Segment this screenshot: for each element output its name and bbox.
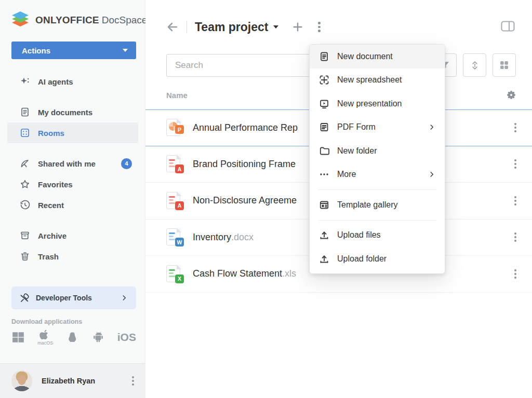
chevron-right-icon: [428, 123, 435, 131]
template-gallery-icon: [319, 200, 329, 210]
row-context-menu-button[interactable]: [514, 123, 516, 132]
app-logo[interactable]: ONLYOFFICEDocSpace: [10, 11, 147, 29]
panel-toggle-icon[interactable]: [501, 21, 515, 32]
file-badge: P: [175, 125, 184, 134]
sidebar-item-label: My documents: [38, 108, 92, 117]
chevron-right-icon: [121, 294, 128, 301]
shared-icon: [20, 158, 30, 169]
actions-button[interactable]: Actions: [11, 42, 136, 59]
download-apps-row: macOSiOS: [11, 329, 136, 346]
developer-tools-icon: [20, 293, 30, 303]
sidebar-item-shared-with-me[interactable]: Shared with me 4: [7, 153, 138, 174]
file-badge: X: [175, 275, 184, 283]
windows-app-icon[interactable]: [11, 331, 25, 344]
badge-count: 4: [121, 158, 132, 169]
file-badge: W: [175, 238, 184, 246]
menu-item-new-spreadsheet[interactable]: New spreadsheet: [310, 68, 445, 92]
menu-item-new-folder[interactable]: New folder: [310, 139, 445, 163]
sidebar-item-label: Recent: [38, 201, 64, 210]
sidebar-item-label: Trash: [38, 252, 59, 261]
menu-item-new-document[interactable]: New document: [310, 45, 445, 68]
menu-item-label: Upload files: [337, 230, 381, 240]
developer-tools-label: Developer Tools: [36, 294, 92, 302]
archive-icon: [20, 230, 30, 241]
sidebar-item-archive[interactable]: Archive: [7, 225, 138, 246]
pdf-file-icon: A: [166, 191, 184, 210]
menu-item-more[interactable]: More: [310, 163, 445, 187]
row-context-menu-button[interactable]: [514, 196, 516, 205]
sidebar-item-my-documents[interactable]: My documents: [7, 102, 138, 122]
user-profile[interactable]: Elizabeth Ryan: [0, 363, 145, 398]
menu-item-label: New spreadsheet: [337, 75, 402, 85]
menu-item-label: New document: [337, 52, 393, 61]
menu-item-label: New folder: [337, 146, 377, 156]
name-column-header[interactable]: Name: [166, 91, 188, 100]
menu-item-upload-files[interactable]: Upload files: [310, 224, 445, 248]
pptx-file-icon: P: [166, 118, 184, 137]
actions-label: Actions: [22, 46, 50, 55]
sidebar: ONLYOFFICEDocSpace Actions AI agents My …: [0, 0, 145, 398]
sidebar-item-trash[interactable]: Trash: [7, 246, 138, 267]
header-context-menu-button[interactable]: [318, 22, 321, 32]
menu-item-label: New presentation: [337, 99, 402, 108]
menu-item-label: Template gallery: [337, 200, 398, 210]
docspace-app: ONLYOFFICEDocSpace Actions AI agents My …: [0, 0, 532, 398]
menu-item-upload-folder[interactable]: Upload folder: [310, 247, 445, 271]
avatar[interactable]: [11, 370, 32, 391]
sort-button[interactable]: [463, 53, 486, 77]
file-name: Non-Disclosure Agreeme: [193, 195, 297, 206]
chevron-right-icon: [428, 171, 435, 178]
row-context-menu-button[interactable]: [514, 232, 516, 242]
file-name: Cash Flow Statement: [193, 268, 282, 279]
ai-sparkle-icon: [20, 76, 30, 87]
file-name: Annual Performance Rep: [193, 122, 298, 133]
header: Team project: [166, 16, 321, 38]
menu-item-new-presentation[interactable]: New presentation: [310, 92, 445, 116]
docx-file-icon: W: [166, 228, 184, 246]
pdf-form-icon: [319, 122, 329, 132]
menu-item-label: PDF Form: [337, 122, 376, 132]
sidebar-item-ai-agents[interactable]: AI agents: [7, 71, 138, 92]
trash-icon: [20, 251, 30, 262]
menu-item-pdf-form[interactable]: PDF Form: [310, 116, 445, 140]
back-button[interactable]: [166, 21, 179, 33]
sidebar-item-rooms[interactable]: Rooms: [7, 122, 138, 143]
title-dropdown-icon[interactable]: [273, 25, 278, 29]
document-icon: [20, 107, 30, 117]
menu-divider: [318, 220, 436, 221]
profile-menu-button[interactable]: [132, 376, 134, 386]
header-divider: [187, 21, 187, 33]
upload-folder-icon: [319, 254, 329, 264]
new-presentation-icon: [319, 99, 329, 109]
sidebar-nav: AI agents My documents Rooms Shared with…: [7, 71, 138, 267]
sidebar-item-favorites[interactable]: Favorites: [7, 174, 138, 195]
add-button[interactable]: [292, 21, 303, 33]
developer-tools-button[interactable]: Developer Tools: [11, 286, 136, 309]
row-context-menu-button[interactable]: [514, 159, 516, 169]
file-badge: A: [175, 164, 184, 173]
download-applications-label: Download applications: [11, 318, 82, 325]
more-icon: [319, 169, 329, 180]
brand-name: ONLYOFFICEDocSpace: [35, 15, 147, 26]
sidebar-item-label: Archive: [38, 231, 66, 240]
sidebar-item-label: Rooms: [38, 129, 64, 138]
menu-item-label: More: [337, 170, 356, 179]
main-content: Team project: [145, 0, 532, 398]
file-badge: A: [175, 201, 184, 210]
macos-app-icon[interactable]: macOS: [37, 329, 53, 346]
menu-item-template-gallery[interactable]: Template gallery: [310, 193, 445, 217]
create-context-menu: New document New spreadsheet New present…: [309, 44, 445, 274]
android-app-icon[interactable]: [91, 331, 105, 344]
gear-icon[interactable]: [507, 90, 516, 100]
sidebar-item-recent[interactable]: Recent: [7, 195, 138, 215]
file-name: Inventory: [193, 232, 231, 243]
sidebar-item-label: AI agents: [38, 77, 73, 86]
file-extension: .docx: [231, 232, 254, 243]
recent-icon: [20, 200, 30, 210]
xlsx-file-icon: X: [166, 265, 184, 283]
view-grid-button[interactable]: [493, 53, 516, 77]
page-title[interactable]: Team project: [195, 20, 268, 34]
ios-app-icon[interactable]: iOS: [117, 331, 136, 344]
row-context-menu-button[interactable]: [514, 269, 516, 279]
linux-app-icon[interactable]: [65, 331, 78, 344]
